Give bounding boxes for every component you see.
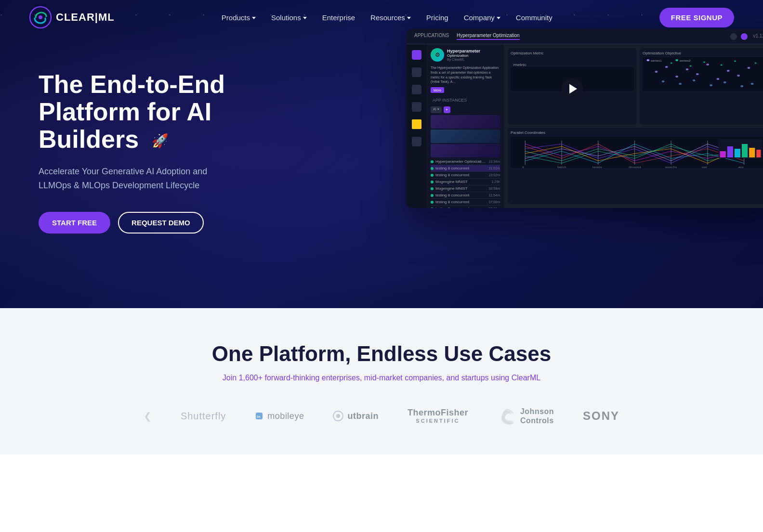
logo-sony: SONY xyxy=(583,409,619,423)
svg-text:opt: opt xyxy=(702,166,707,168)
row-time: 07:08m xyxy=(489,207,500,208)
thermofisher-text2: SCIENTIFIC xyxy=(408,418,468,424)
nav-company[interactable]: Company xyxy=(464,13,500,22)
rocket-icon: 🚀 xyxy=(152,134,169,149)
sidebar-icon-highlight xyxy=(412,119,421,129)
task-row[interactable]: testing 8 concurrent 11:54m xyxy=(431,192,500,199)
task-row[interactable]: Hyperparameter Optimization_instan... 10… xyxy=(431,158,500,165)
db-sidebar xyxy=(407,44,427,208)
logo-outbrain: utbrain xyxy=(333,411,379,421)
db-main-content: Optimization Metric xyxy=(504,44,763,208)
nav-community[interactable]: Community xyxy=(516,13,553,22)
logo[interactable]: CLEAR|ML xyxy=(29,6,115,29)
task-row[interactable]: testing 8 concurrent 07:08m xyxy=(431,206,500,208)
all-tag: AI ▾ xyxy=(431,106,442,113)
navbar: CLEAR|ML Products Solutions Enterprise R… xyxy=(0,0,763,35)
svg-rect-94 xyxy=(756,150,761,157)
svg-point-67 xyxy=(734,61,736,62)
sidebar-icon-2 xyxy=(412,85,421,94)
svg-point-64 xyxy=(689,65,691,67)
row-time: 30:58m xyxy=(489,187,500,190)
hero-dashboard-image: APPLICATIONS Hyperparameter Optimization… xyxy=(407,29,763,208)
sidebar-icon-home xyxy=(412,50,421,60)
johnson-controls-icon xyxy=(497,406,516,426)
status-dot xyxy=(431,167,434,170)
hero-content: The End-to-End Platform for AI Builders … xyxy=(0,71,250,234)
svg-point-53 xyxy=(727,70,730,72)
db-left-panel: ⚙ Hyperparameter Optimization By ClearML… xyxy=(427,44,504,208)
shutterfly-text: Shutterfly xyxy=(181,411,226,422)
logo-thermofisher: ThermoFisher SCIENTIFIC xyxy=(408,408,468,424)
svg-point-65 xyxy=(703,62,705,63)
resources-chevron-icon xyxy=(407,17,411,19)
free-signup-button[interactable]: FREE SIGNUP xyxy=(659,8,734,27)
status-dot xyxy=(431,187,434,190)
johnson-text1: Johnson xyxy=(520,407,554,416)
request-demo-button[interactable]: REQUEST DEMO xyxy=(118,212,204,234)
svg-point-46 xyxy=(655,71,658,73)
task-row[interactable]: testing 8 concurrent 23:02m xyxy=(431,172,500,179)
company-chevron-icon xyxy=(497,17,500,19)
johnson-text2: Controls xyxy=(520,416,554,425)
row-name: testing 8 concurrent xyxy=(435,207,487,208)
svg-point-60 xyxy=(724,81,726,83)
nav-enterprise[interactable]: Enterprise xyxy=(322,13,355,22)
chart3-title: Parallel Coordinates xyxy=(511,130,763,135)
svg-rect-93 xyxy=(749,148,755,157)
svg-point-59 xyxy=(710,84,712,86)
svg-point-47 xyxy=(665,66,668,68)
task-row[interactable]: testing 8 concurrent 21:01m xyxy=(431,165,500,172)
svg-point-69 xyxy=(647,59,650,61)
status-dot xyxy=(431,194,434,197)
svg-point-56 xyxy=(662,80,665,82)
mobileye-text: mobileye xyxy=(267,411,304,421)
status-dot xyxy=(431,181,434,183)
svg-rect-89 xyxy=(720,151,726,157)
row-time: 1:25h xyxy=(491,180,500,183)
task-row[interactable]: testing 8 concurrent 07:08m xyxy=(431,199,500,206)
nav-pricing[interactable]: Pricing xyxy=(426,13,448,22)
logo-shutterfly: Shutterfly xyxy=(181,411,226,422)
app-by: By ClearML xyxy=(447,58,480,61)
svg-point-50 xyxy=(696,73,699,75)
nav-resources[interactable]: Resources xyxy=(370,13,411,22)
task-rows: Hyperparameter Optimization_instan... 10… xyxy=(431,158,500,208)
svg-rect-45 xyxy=(643,57,763,91)
svg-point-55 xyxy=(748,67,750,69)
svg-text:dropout: dropout xyxy=(629,166,641,168)
chart2-title: Optimization Objective xyxy=(643,51,763,55)
play-triangle-icon xyxy=(569,84,577,93)
parallel-chart-svg: lr batch layers dropout epochs opt acc xyxy=(511,137,763,168)
hero-subtitle: Accelerate Your Generative AI Adoption a… xyxy=(39,165,241,193)
start-free-button[interactable]: START FREE xyxy=(39,212,110,234)
svg-point-51 xyxy=(706,64,709,65)
db-app-header: ⚙ Hyperparameter Optimization By ClearML xyxy=(431,48,500,62)
dashboard-body: ⚙ Hyperparameter Optimization By ClearML… xyxy=(407,44,763,208)
task-row[interactable]: Mogengine MNIST 1:25h xyxy=(431,179,500,185)
svg-point-54 xyxy=(737,75,740,77)
nav-solutions[interactable]: Solutions xyxy=(271,13,307,22)
scatter-chart-svg: series1 series2 xyxy=(643,57,763,91)
add-instance-btn[interactable]: + xyxy=(444,106,450,113)
sidebar-icon-1 xyxy=(412,67,421,77)
svg-point-48 xyxy=(675,76,678,78)
row-time: 11:54m xyxy=(489,194,500,197)
svg-text:acc: acc xyxy=(738,166,744,168)
task-row[interactable]: Mogengine MNIST 30:58m xyxy=(431,185,500,192)
svg-point-71 xyxy=(675,59,678,61)
more-btn: More xyxy=(431,87,444,93)
lower-title: One Platform, Endless Use Cases xyxy=(19,342,744,366)
row-name: testing 8 concurrent xyxy=(435,173,487,177)
nav-products[interactable]: Products xyxy=(222,13,256,22)
row-name: testing 8 concurrent xyxy=(435,193,487,197)
logo-text: CLEAR|ML xyxy=(56,11,115,24)
row-name: testing 8 concurrent xyxy=(435,166,487,170)
row-time: 10:34m xyxy=(489,160,500,163)
svg-text:layers: layers xyxy=(592,166,602,168)
play-button[interactable] xyxy=(562,78,583,99)
thumb-1 xyxy=(431,115,500,129)
svg-text:epochs: epochs xyxy=(665,166,677,168)
status-dot xyxy=(431,201,434,204)
svg-point-68 xyxy=(755,63,757,64)
scroll-left-hint: ❮ xyxy=(144,410,152,422)
